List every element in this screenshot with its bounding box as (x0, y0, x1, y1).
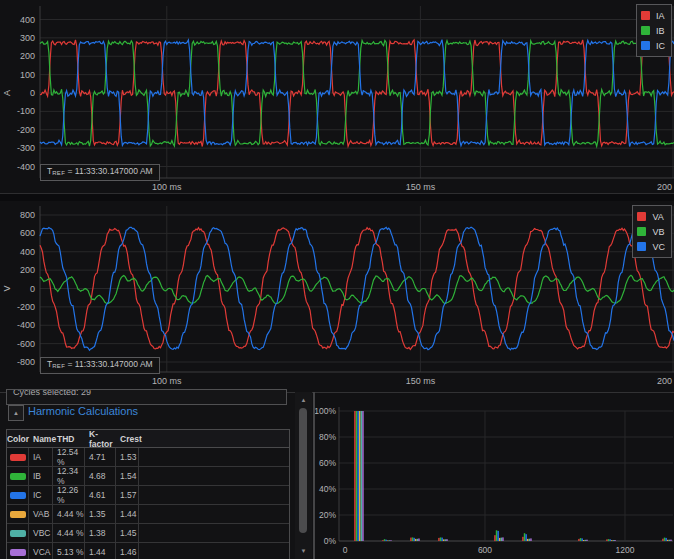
legend-swatch-icon (637, 227, 646, 236)
table-row-ib[interactable]: IB12.34 %4.681.54 (7, 467, 289, 486)
voltage-chart-panel: 8006004002000-200-400-600-800100 ms150 m… (0, 200, 674, 392)
harmonic-bar-ib-1380hz (664, 538, 666, 541)
harmonic-bar-ib-1020hz (580, 538, 582, 541)
y-tick-label: -400 (17, 320, 35, 330)
y-tick-label: 40% (319, 484, 336, 494)
legend-item-ia[interactable]: IA (641, 8, 665, 23)
harmonic-bar-ia-60hz (354, 411, 356, 541)
y-tick-label: 600 (20, 228, 35, 238)
cell-empty (139, 486, 289, 504)
scroll-down-icon[interactable]: ▼ (295, 545, 312, 557)
legend-swatch-icon (637, 212, 646, 221)
cell-empty (139, 467, 289, 485)
harmonic-bar-vca-1020hz (586, 540, 588, 541)
harmonic-bar-ia-180hz (382, 540, 384, 541)
tref-label-current: TREF = 11:33:30.147000 AM (40, 164, 160, 181)
y-tick-label: -400 (17, 162, 35, 172)
legend-swatch-icon (637, 242, 646, 251)
x-tick-label: 600 (478, 545, 492, 555)
harmonic-bar-ib-60hz (356, 411, 358, 541)
legend-item-ib[interactable]: IB (641, 23, 665, 38)
harmonic-bar-vca-300hz (418, 539, 420, 542)
harmonic-bar-vab-780hz (527, 539, 529, 541)
series-color-swatch (10, 549, 26, 556)
column-header-name[interactable]: Name (29, 430, 53, 447)
table-row-vbc[interactable]: VBC4.44 %1.381.45 (7, 524, 289, 543)
series-color-swatch (10, 473, 26, 480)
cell-kfactor: 4.71 (85, 448, 116, 466)
current-chart-panel: 4003002001000-100-200-300-400100 ms150 m… (0, 0, 674, 196)
y-tick-label: -100 (17, 106, 35, 116)
harmonic-bar-ib-300hz (412, 537, 414, 541)
x-tick-label: 1200 (616, 545, 635, 555)
harmonic-bar-ib-780hz (524, 533, 526, 541)
legend-swatch-icon (641, 26, 650, 35)
y-tick-label: 200 (20, 265, 35, 275)
legend-item-vc[interactable]: VC (637, 239, 665, 254)
table-row-ia[interactable]: IA12.54 %4.711.53 (7, 448, 289, 467)
x-tick-label: 200 (657, 376, 672, 386)
cell-name: IB (29, 467, 53, 485)
legend-item-va[interactable]: VA (637, 209, 665, 224)
cell-kfactor: 1.44 (85, 543, 116, 559)
harmonic-bar-ic-780hz (525, 534, 527, 541)
column-header-color[interactable]: Color (7, 430, 29, 447)
collapse-section-button[interactable]: ▲ (8, 405, 24, 421)
harmonic-spectrum-plot[interactable]: 100%80%60%40%20%0%06001200 (315, 393, 674, 559)
legend-label: IB (656, 26, 665, 36)
cell-color (7, 543, 29, 559)
harmonic-bar-vab-180hz (387, 541, 389, 542)
vertical-scrollbar[interactable]: ▲ ▼ (295, 392, 312, 559)
y-tick-label: 60% (319, 458, 336, 468)
y-tick-label: 200 (20, 51, 35, 61)
harmonic-bar-ic-1380hz (665, 538, 667, 541)
legend-item-ic[interactable]: IC (641, 38, 665, 53)
harmonic-bar-ia-300hz (410, 538, 412, 541)
x-tick-label: 100 ms (152, 182, 182, 192)
harmonic-bar-vbc-1020hz (585, 540, 587, 541)
harmonic-table-header: ColorNameTHDK-factorCrest (7, 430, 289, 448)
scrollbar-thumb[interactable] (299, 408, 307, 533)
x-tick-label: 100 ms (152, 376, 182, 386)
scroll-up-icon[interactable]: ▲ (295, 394, 312, 406)
tref-value: = 11:33:30.147000 AM (67, 359, 152, 369)
table-row-ic[interactable]: IC12.26 %4.611.57 (7, 486, 289, 505)
legend-label: IA (656, 11, 665, 21)
legend-item-vb[interactable]: VB (637, 224, 665, 239)
cell-crest: 1.57 (116, 486, 139, 504)
collapse-arrow-icon: ▲ (13, 410, 19, 416)
cell-thd: 12.54 % (53, 448, 85, 466)
harmonic-bar-ic-180hz (385, 540, 387, 541)
harmonic-calculations-panel: Cycles selected: 29 ▲ Harmonic Calculati… (0, 392, 315, 559)
column-header-kfactor[interactable]: K-factor (85, 430, 116, 447)
harmonic-bar-ib-420hz (440, 537, 442, 541)
x-tick-label: 200 (657, 182, 672, 192)
harmonic-bar-ia-420hz (438, 538, 440, 541)
series-color-swatch (10, 530, 26, 537)
cell-color (7, 505, 29, 523)
cell-name: VAB (29, 505, 53, 523)
voltage-chart-legend: VAVBVC (632, 205, 672, 258)
y-tick-label: -600 (17, 339, 35, 349)
y-tick-label: 0 (30, 284, 35, 294)
legend-label: VC (652, 242, 665, 252)
harmonic-bar-ia-1380hz (662, 539, 664, 541)
harmonic-bar-vbc-60hz (361, 411, 363, 541)
harmonic-bar-vbc-780hz (529, 539, 531, 541)
cell-color (7, 486, 29, 504)
y-tick-label: -300 (17, 143, 35, 153)
harmonic-bar-vab-1020hz (583, 540, 585, 541)
harmonic-spectrum-panel: 100%80%60%40%20%0%06001200 (315, 392, 674, 559)
harmonic-bar-vbc-1140hz (613, 540, 615, 541)
y-tick-label: 0 (30, 88, 35, 98)
harmonic-bar-vca-180hz (390, 540, 392, 541)
column-header-crest[interactable]: Crest (116, 430, 139, 447)
harmonic-bar-vab-300hz (415, 539, 417, 541)
cell-color (7, 524, 29, 542)
column-header-thd[interactable]: THD (53, 430, 85, 447)
harmonic-bar-ia-1020hz (578, 539, 580, 541)
table-row-vca[interactable]: VCA5.13 %1.441.46 (7, 543, 289, 559)
cell-color (7, 467, 29, 485)
harmonic-bar-vca-1140hz (614, 540, 616, 541)
table-row-vab[interactable]: VAB4.44 %1.351.44 (7, 505, 289, 524)
